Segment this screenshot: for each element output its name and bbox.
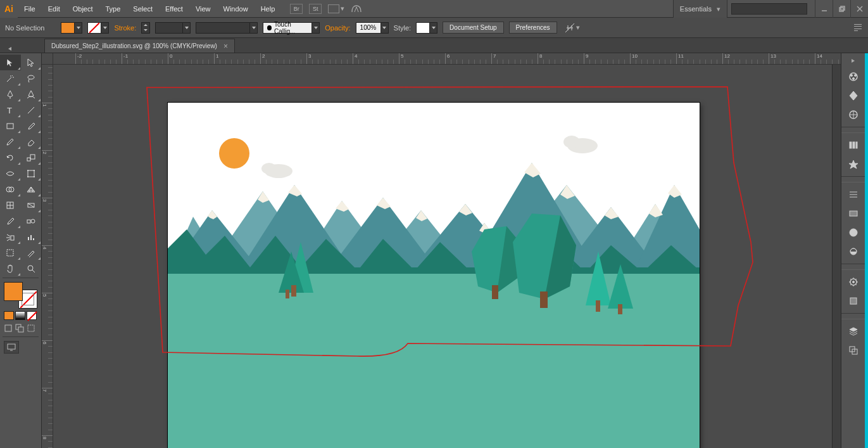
svg-point-90 [852, 78, 854, 80]
brushes-panel-icon[interactable] [844, 136, 863, 154]
perspective-grid-tool[interactable] [21, 181, 42, 197]
svg-rect-92 [850, 142, 852, 148]
curvature-tool[interactable] [21, 86, 42, 102]
rectangle-tool[interactable] [0, 118, 21, 134]
ruler-horizontal[interactable]: -2-10123456789101112131415 [53, 53, 841, 65]
graphic-styles-panel-icon[interactable] [844, 292, 863, 310]
draw-normal-icon[interactable] [4, 324, 13, 334]
menu-select[interactable]: Select [127, 0, 159, 18]
gradient-panel-icon[interactable] [844, 205, 863, 222]
menu-object[interactable]: Object [66, 0, 99, 18]
direct-selection-tool[interactable] [21, 54, 42, 70]
stroke-weight-field[interactable] [155, 22, 191, 34]
panels-collapse-icon[interactable] [843, 57, 864, 65]
graphic-style[interactable] [416, 22, 437, 34]
document-tab[interactable]: Dubsured_Step2_illustration.svg @ 100% (… [44, 39, 235, 53]
align-to-selection-icon[interactable]: ▾ [565, 23, 580, 33]
pen-tool[interactable] [0, 86, 21, 102]
gradient-tool[interactable] [21, 197, 42, 213]
color-panel-icon[interactable] [844, 68, 863, 86]
minimize-button[interactable] [815, 0, 833, 18]
stock-icon[interactable]: St [309, 4, 322, 14]
menu-help[interactable]: Help [255, 0, 282, 18]
eraser-tool[interactable] [21, 134, 42, 150]
restore-button[interactable] [833, 0, 850, 18]
menu-type[interactable]: Type [99, 0, 127, 18]
variable-width-profile[interactable] [196, 22, 258, 34]
svg-rect-102 [850, 298, 857, 304]
draw-inside-icon[interactable] [27, 324, 35, 334]
fill-swatch[interactable] [61, 22, 82, 34]
column-graph-tool[interactable] [21, 229, 42, 245]
selection-tool[interactable] [0, 54, 21, 70]
svg-rect-98 [850, 211, 857, 216]
cc-libraries-panel-icon[interactable] [844, 243, 863, 260]
paintbrush-tool[interactable] [21, 118, 42, 134]
line-segment-tool[interactable] [21, 102, 42, 118]
color-guide-panel-icon[interactable] [844, 87, 863, 105]
opacity-field[interactable]: 100% [356, 22, 389, 34]
scrollbar-vertical[interactable] [832, 53, 841, 448]
pencil-tool[interactable] [0, 134, 21, 150]
blend-tool[interactable] [21, 213, 42, 229]
layers-panel-icon[interactable] [844, 323, 863, 340]
svg-line-9 [28, 107, 34, 113]
bridge-icon[interactable]: Br [290, 4, 303, 14]
control-bar-flyout-icon[interactable] [854, 23, 863, 32]
menu-view[interactable]: View [189, 0, 217, 18]
hand-tool[interactable] [0, 260, 21, 276]
transparency-panel-icon[interactable] [844, 224, 863, 241]
gpu-preview-icon[interactable] [351, 3, 362, 15]
draw-behind-icon[interactable] [15, 324, 24, 334]
stroke-weight-stepper[interactable] [141, 22, 150, 34]
shape-builder-tool[interactable] [0, 181, 21, 197]
search-input[interactable] [731, 3, 807, 15]
menu-effect[interactable]: Effect [159, 0, 189, 18]
magic-wand-tool[interactable] [0, 70, 21, 86]
workspace-switcher[interactable]: Essentials ▾ [673, 0, 727, 18]
stroke-swatch[interactable] [87, 22, 109, 34]
preferences-button[interactable]: Preferences [509, 22, 557, 34]
swatches-panel-icon[interactable] [844, 106, 863, 124]
none-mode-swatch[interactable] [27, 311, 37, 320]
menu-edit[interactable]: Edit [42, 0, 66, 18]
fill-color-icon[interactable] [4, 282, 23, 301]
artboard-tool[interactable] [0, 245, 21, 260]
tools-collapse-icon[interactable] [3, 45, 17, 53]
workspace-label: Essentials [680, 5, 712, 13]
gradient-mode-swatch[interactable] [15, 311, 25, 320]
fill-stroke-swatch[interactable] [4, 282, 37, 309]
width-tool[interactable] [0, 165, 21, 181]
scale-tool[interactable] [21, 150, 42, 165]
symbol-sprayer-tool[interactable] [0, 229, 21, 245]
tab-close-icon[interactable]: × [223, 42, 228, 51]
chevron-down-icon: ▾ [717, 5, 720, 13]
viewport[interactable] [53, 65, 841, 448]
lasso-tool[interactable] [21, 70, 42, 86]
ruler-vertical[interactable]: 12345678 [42, 65, 53, 448]
zoom-tool[interactable] [21, 260, 42, 276]
close-button[interactable] [850, 0, 868, 18]
symbols-panel-icon[interactable] [844, 155, 863, 173]
ruler-origin-icon[interactable] [42, 53, 53, 65]
free-transform-tool[interactable] [21, 165, 42, 181]
eyedropper-tool[interactable] [0, 213, 21, 229]
arrange-documents-icon[interactable]: ▾ [328, 4, 344, 13]
type-tool[interactable]: T [0, 102, 21, 118]
stroke-panel-icon[interactable] [844, 186, 863, 203]
window-controls [815, 0, 868, 18]
slice-tool[interactable] [21, 245, 42, 260]
color-mode-swatch[interactable] [4, 311, 14, 320]
mesh-tool[interactable] [0, 197, 21, 213]
menu-window[interactable]: Window [217, 0, 255, 18]
appearance-panel-icon[interactable] [844, 273, 863, 291]
screen-mode-icon[interactable] [4, 341, 19, 354]
document-setup-button[interactable]: Document Setup [443, 22, 504, 34]
rotate-tool[interactable] [0, 150, 21, 165]
artboards-panel-icon[interactable] [844, 342, 863, 359]
svg-rect-33 [18, 327, 23, 332]
svg-rect-26 [30, 235, 32, 240]
brush-definition[interactable]: Touch Callig... [263, 22, 320, 34]
menu-file[interactable]: File [18, 0, 42, 18]
svg-point-23 [31, 219, 35, 223]
